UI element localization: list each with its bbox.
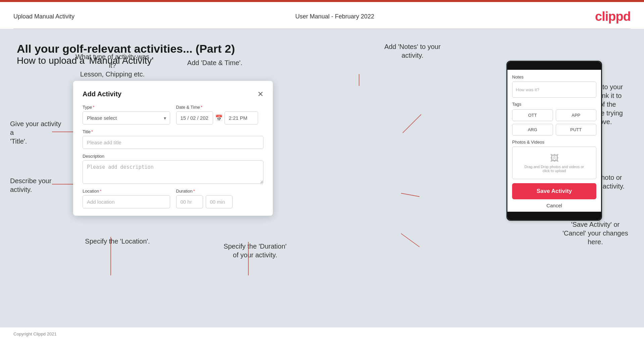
- svg-line-12: [401, 234, 419, 247]
- tag-arg[interactable]: ARG: [512, 124, 553, 136]
- save-activity-button[interactable]: Save Activity: [512, 183, 596, 199]
- type-select-wrapper: Please select ▾: [83, 111, 170, 124]
- type-label: Type*: [83, 105, 170, 110]
- annotation-title: Give your activity a 'Title'.: [10, 119, 64, 146]
- notes-label: Notes: [512, 74, 596, 80]
- time-input[interactable]: [225, 111, 258, 124]
- notes-input[interactable]: [512, 82, 596, 98]
- phone-bottom-bar: [507, 212, 601, 220]
- phone-top-bar: [507, 62, 601, 70]
- duration-min-input[interactable]: [206, 195, 233, 208]
- annotation-duration: Specify the 'Duration' of your activity.: [208, 242, 302, 259]
- annotation-activity-type: What type of activity was it? Lesson, Ch…: [74, 52, 151, 79]
- duration-inputs: [176, 195, 264, 208]
- datetime-label: Date & Time*: [176, 105, 264, 110]
- description-input[interactable]: [83, 160, 263, 184]
- logo: clippd: [595, 9, 631, 24]
- title-group: Title*: [83, 129, 263, 149]
- annotation-datetime: Add 'Date & Time'.: [181, 58, 248, 67]
- header-center: User Manual - February 2022: [295, 13, 374, 20]
- photos-label: Photos & Videos: [512, 140, 596, 145]
- location-duration-row: Location* Duration*: [83, 189, 263, 208]
- tags-grid: OTT APP ARG PUTT: [512, 109, 596, 136]
- type-select[interactable]: Please select: [83, 111, 170, 124]
- duration-label: Duration*: [176, 189, 264, 194]
- annotation-describe: Describe your activity.: [10, 176, 64, 194]
- main-content: All your golf-relevant activities... (Pa…: [0, 29, 644, 327]
- annotation-location: Specify the 'Location'.: [81, 237, 154, 246]
- date-input[interactable]: [176, 111, 213, 124]
- modal-close-button[interactable]: ✕: [257, 91, 263, 98]
- phone-mockup: Notes Tags OTT APP ARG PUTT Photos & Vid…: [506, 61, 602, 221]
- location-input[interactable]: [83, 195, 170, 208]
- add-activity-modal: Add Activity ✕ Type* Please select ▾ Dat…: [73, 81, 273, 216]
- description-group: Description: [83, 154, 263, 184]
- title-input[interactable]: [83, 136, 263, 149]
- tags-label: Tags: [512, 102, 596, 107]
- title-field-label: Title*: [83, 129, 263, 134]
- datetime-group: Date & Time* 📅: [176, 105, 264, 124]
- tag-app[interactable]: APP: [556, 109, 597, 121]
- date-time-inputs: 📅: [176, 111, 264, 124]
- type-datetime-row: Type* Please select ▾ Date & Time* 📅: [83, 105, 263, 124]
- copyright: Copyright Clippd 2021: [13, 331, 57, 337]
- cancel-link[interactable]: Cancel: [512, 203, 596, 212]
- svg-line-10: [403, 114, 421, 133]
- phone-inner: Notes Tags OTT APP ARG PUTT Photos & Vid…: [507, 70, 601, 212]
- header: Upload Manual Activity User Manual - Feb…: [0, 2, 644, 29]
- duration-group: Duration*: [176, 189, 264, 208]
- phone-panel: Notes Tags OTT APP ARG PUTT Photos & Vid…: [506, 61, 604, 221]
- photos-drop-text: Drag and Drop photos and videos orclick …: [516, 165, 593, 173]
- type-group: Type* Please select ▾: [83, 105, 170, 124]
- location-label: Location*: [83, 189, 170, 194]
- header-left: Upload Manual Activity: [13, 13, 75, 20]
- calendar-icon[interactable]: 📅: [215, 114, 222, 122]
- svg-line-11: [401, 193, 419, 197]
- tag-putt[interactable]: PUTT: [556, 124, 597, 136]
- location-group: Location*: [83, 189, 170, 208]
- duration-hr-input[interactable]: [176, 195, 203, 208]
- photo-icon: 🖼: [516, 153, 593, 163]
- modal-title: Add Activity: [83, 90, 121, 98]
- footer: Copyright Clippd 2021: [0, 327, 644, 341]
- tag-ott[interactable]: OTT: [512, 109, 553, 121]
- annotation-notes: Add 'Notes' to your activity.: [376, 42, 449, 60]
- photos-drop-zone[interactable]: 🖼 Drag and Drop photos and videos orclic…: [512, 147, 596, 179]
- modal-header: Add Activity ✕: [83, 90, 263, 98]
- description-label: Description: [83, 154, 263, 159]
- annotation-save: 'Save Activity' or 'Cancel' your changes…: [557, 220, 634, 246]
